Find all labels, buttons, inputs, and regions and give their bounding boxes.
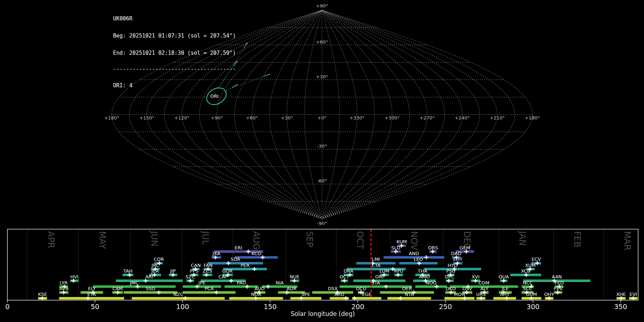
shower-label: NIA xyxy=(275,280,284,286)
shower-label: CAM xyxy=(112,286,123,291)
shower-label: EHY xyxy=(453,257,463,262)
shower-bar xyxy=(116,279,183,282)
x-tick-label: 250 xyxy=(439,303,452,311)
shower-label: PAU xyxy=(237,280,246,286)
shower-label: DKD xyxy=(445,286,456,291)
shower-bar xyxy=(224,286,258,288)
shower-label: JPE xyxy=(198,280,206,286)
shower-label: GDR xyxy=(222,268,233,274)
month-label: JAN xyxy=(517,230,527,246)
shower-label: XVI xyxy=(472,274,480,279)
shower-label: DSX xyxy=(328,286,337,291)
x-tick-label: 50 xyxy=(91,303,99,311)
shower-bar xyxy=(352,297,381,299)
shower-label: SCC xyxy=(523,286,532,291)
x-tick-label: 350 xyxy=(614,303,627,311)
shower-label: ORS xyxy=(428,245,438,250)
shower-label: COM xyxy=(478,280,489,286)
shower-bar xyxy=(59,297,124,299)
shower-label: AHY xyxy=(500,292,509,297)
shower-label: JEA xyxy=(151,268,159,274)
shower-label: KCG xyxy=(252,251,261,256)
month-label: MAR xyxy=(622,231,632,250)
shower-label: AND xyxy=(409,251,419,256)
shower-label: ECV xyxy=(532,257,541,262)
shower-bar xyxy=(278,291,305,294)
x-tick-label: 100 xyxy=(176,303,189,311)
shower-label: CTA xyxy=(372,263,381,268)
shower-bar xyxy=(493,297,516,299)
activity-timeline: APRMAYJUNJULAUGSEPOCTNOVDECJANFEBMARKSEE… xyxy=(0,0,644,322)
shower-label: ALY xyxy=(480,286,488,291)
shower-label: PCA xyxy=(205,286,214,291)
shower-label: ERI xyxy=(235,245,242,250)
shower-label: FED xyxy=(555,280,564,286)
shower-label: NTA xyxy=(405,292,414,297)
month-label: SEP xyxy=(304,231,314,247)
shower-label: XHE xyxy=(616,292,626,297)
shower-label: JXA xyxy=(212,251,220,256)
shower-label: FEV xyxy=(554,286,563,291)
shower-label: AAN xyxy=(552,274,562,279)
shower-label: DRA xyxy=(343,268,353,274)
shower-label: STA xyxy=(371,280,380,286)
shower-bar xyxy=(291,297,322,299)
shower-label: EVI xyxy=(629,292,637,297)
shower-label: JIP xyxy=(170,268,176,274)
month-label: MAY xyxy=(97,231,107,249)
month-label: NOV xyxy=(409,231,419,250)
shower-label: KSE xyxy=(38,292,47,297)
shower-label: LUM xyxy=(380,268,389,274)
shower-label: AUR xyxy=(287,286,296,291)
shower-label: XUM xyxy=(525,263,536,268)
screenshot-root: +180°+150°+120°+90°+60°+30°+0°+330°+300°… xyxy=(0,0,644,322)
shower-label: MON xyxy=(454,292,465,297)
month-label: JUN xyxy=(149,230,159,247)
shower-label: SZC xyxy=(186,274,195,279)
shower-bar xyxy=(387,297,431,299)
shower-label: CAN xyxy=(191,263,201,268)
shower-label: DAD xyxy=(451,251,462,256)
month-label: JUL xyxy=(200,230,210,245)
shower-label: JRC xyxy=(151,263,159,268)
shower-label: SSG xyxy=(146,286,155,291)
shower-label: AMO xyxy=(419,274,430,279)
shower-label: JMC xyxy=(130,280,138,286)
shower-bar xyxy=(445,297,475,299)
shower-label: LMI xyxy=(372,257,380,262)
shower-label: OCT xyxy=(340,274,349,279)
shower-bar xyxy=(312,291,353,294)
shower-label: PPS xyxy=(190,268,199,274)
shower-label: LEO xyxy=(414,257,423,262)
shower-label: PSU xyxy=(446,268,455,274)
shower-label: QUA xyxy=(499,274,509,279)
shower-label: OCU xyxy=(356,286,366,291)
shower-label: PER xyxy=(240,263,249,268)
shower-label: JLE xyxy=(502,286,509,291)
x-axis-title: Solar longitude (deg) xyxy=(291,310,355,317)
shower-label: NDA xyxy=(251,292,262,297)
shower-bar xyxy=(208,262,263,264)
shower-label: NOO xyxy=(426,280,436,286)
shower-label: DSV xyxy=(463,286,472,291)
shower-bar xyxy=(183,286,221,288)
month-label: FEB xyxy=(572,231,582,247)
shower-label: ELY xyxy=(88,286,96,291)
shower-label: SLD xyxy=(391,245,401,250)
shower-bar xyxy=(124,291,177,294)
shower-label: GEM xyxy=(460,245,470,250)
shower-label: EGE xyxy=(362,292,372,297)
shower-label: RPU xyxy=(394,268,403,274)
shower-label: GUM xyxy=(526,292,537,297)
shower-label: AUD xyxy=(254,286,264,291)
shower-bar xyxy=(235,256,278,259)
shower-label: NZC xyxy=(173,292,183,297)
shower-label: SDA xyxy=(230,257,240,262)
shower-label: ETA xyxy=(87,292,96,297)
shower-label: COR xyxy=(154,257,164,262)
shower-bar xyxy=(183,291,235,294)
shower-label: XCB xyxy=(521,268,530,274)
shower-label: TAH xyxy=(123,268,133,274)
shower-bar xyxy=(132,297,225,299)
shower-label: ARD xyxy=(334,292,344,297)
